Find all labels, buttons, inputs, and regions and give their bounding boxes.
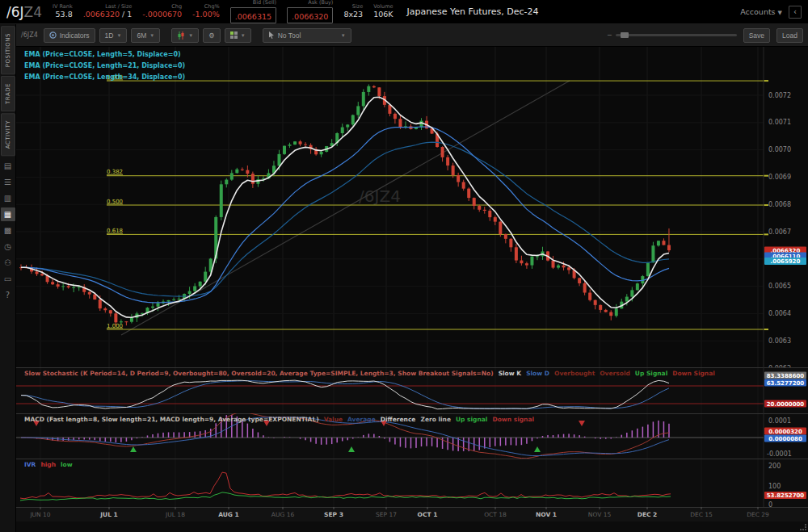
layout-dropdown[interactable]: ▼ xyxy=(225,28,251,43)
sidebar-tab-trade[interactable]: TRADE xyxy=(1,76,15,111)
chat-icon[interactable]: ▭ xyxy=(1,272,15,286)
chart-settings-button[interactable]: ⚙ xyxy=(203,28,221,43)
date-tick: DEC 15 xyxy=(690,511,713,518)
legend-item: high xyxy=(40,461,56,468)
svg-text:0.0001: 0.0001 xyxy=(768,417,791,425)
quote-field-value: 8x23 xyxy=(343,10,363,19)
chart-type-dropdown[interactable]: ▼ xyxy=(171,28,199,43)
save-button[interactable]: Save xyxy=(743,28,770,43)
quote-field-volume: Volume106K xyxy=(373,4,393,19)
svg-text:0.0064: 0.0064 xyxy=(768,310,791,317)
load-button[interactable]: Load xyxy=(776,28,803,43)
drawing-tool-dropdown[interactable]: No Tool ▼ xyxy=(263,28,351,43)
instrument-title: Japanese Yen Futures, Dec-24 xyxy=(407,6,539,17)
quote-field-chg: Chg-.0000670 xyxy=(142,4,182,19)
period-dropdown[interactable]: 1D▼ xyxy=(99,28,128,43)
tool-label: No Tool xyxy=(278,31,301,40)
panel-title: Slow Stochastic (K Period=14, D Period=9… xyxy=(24,370,494,377)
zoom-out-icon: − xyxy=(607,31,612,39)
resize-grip[interactable] xyxy=(800,524,806,530)
layout-grid-icon xyxy=(230,31,238,39)
charts-icon[interactable]: ▦ xyxy=(1,207,15,221)
legend-item: Slow K xyxy=(499,370,521,377)
indicators-button[interactable]: Indicators xyxy=(44,28,95,43)
topbar-right: Accounts ▼ ‹ xyxy=(740,6,802,19)
sidebar-tab-positions[interactable]: POSITIONS xyxy=(1,26,15,74)
legend-item: Oversold xyxy=(600,370,630,377)
gear-icon: ⚙ xyxy=(208,31,215,40)
quote-field-label: Bid (Sell) xyxy=(253,0,276,6)
legend-item: Down Signal xyxy=(672,370,715,377)
stochastic-header: Slow Stochastic (K Period=14, D Period=9… xyxy=(24,370,720,377)
symbol-logo: /6JZ4 xyxy=(6,4,42,20)
apps-grid-icon[interactable]: ▩ xyxy=(1,224,15,237)
svg-text:0.0072: 0.0072 xyxy=(768,92,791,99)
journal-icon[interactable]: ▥ xyxy=(1,191,15,205)
date-tick: SEP 17 xyxy=(376,511,397,518)
quote-field-value: .0066320 / 1 xyxy=(83,10,133,19)
quote-field-bid-sell-[interactable]: Bid (Sell).0066315 xyxy=(230,0,276,23)
svg-text:0.382: 0.382 xyxy=(107,169,123,175)
range-dropdown[interactable]: 6M▼ xyxy=(131,28,160,43)
legend-item: Overbought xyxy=(554,370,595,377)
svg-text:.0065920: .0065920 xyxy=(771,258,801,265)
quote-field-value: -1.00% xyxy=(192,10,220,19)
time-axis-svg[interactable]: JUN 10JUL 1JUL 18AUG 1AUG 16SEP 3SEP 17O… xyxy=(16,507,808,522)
menu-icon[interactable]: ☰ xyxy=(1,175,15,189)
svg-text:0.0071: 0.0071 xyxy=(768,119,791,126)
legend-item: Average xyxy=(347,416,376,423)
sidebar-tab-activity[interactable]: ACTIVITY xyxy=(1,113,15,156)
macd-header: MACD (Fast length=8, Slow length=21, MAC… xyxy=(24,416,539,423)
quote-field-label: Ask (Buy) xyxy=(308,0,333,6)
accounts-label: Accounts xyxy=(740,7,775,16)
svg-text:0: 0 xyxy=(768,501,772,508)
panel-title: MACD (Fast length=8, Slow length=21, MAC… xyxy=(24,416,319,423)
help-icon[interactable]: ? xyxy=(1,288,15,302)
panel-title: IVR xyxy=(24,461,36,468)
svg-text:100: 100 xyxy=(768,483,781,490)
legend-item: Value xyxy=(324,416,343,423)
svg-text:83.3388600: 83.3388600 xyxy=(767,373,805,379)
quote-field-size: Size8x23 xyxy=(343,4,363,19)
zoom-slider-track[interactable] xyxy=(616,34,737,36)
quote-bar: /6JZ4 IV Rank53.8Last / Size.0066320 / 1… xyxy=(0,0,808,24)
legend-item: low xyxy=(61,461,73,468)
date-tick: JUL 1 xyxy=(99,511,118,518)
ema-study-labels: EMA (Price=CLOSE, Length=5, Displace=0)E… xyxy=(24,49,185,83)
date-tick: OCT 18 xyxy=(484,511,507,518)
date-tick: JUN 10 xyxy=(29,511,50,518)
svg-text:0.618: 0.618 xyxy=(107,228,123,234)
legend-item: Up Signal xyxy=(635,370,667,377)
svg-text:200: 200 xyxy=(768,463,781,470)
svg-text:-0.0001: -0.0001 xyxy=(767,450,792,458)
cursor-icon xyxy=(268,31,275,39)
ivr-panel-svg[interactable]: 200100053.8252700 xyxy=(16,459,808,507)
date-tick: NOV 15 xyxy=(588,511,612,518)
quote-field-value: .0066320 xyxy=(292,12,328,21)
community-icon[interactable]: ⚇ xyxy=(1,256,15,270)
quote-field-ask-buy-[interactable]: Ask (Buy).0066320 xyxy=(287,0,333,23)
history-clock-icon[interactable]: ◷ xyxy=(1,240,15,253)
chart-stack: EMA (Price=CLOSE, Length=5, Displace=0)E… xyxy=(16,47,808,532)
left-sidebar: POSITIONSTRADEACTIVITY▤☰▥▦▩◷⚇▭? xyxy=(0,24,16,532)
candlestick-icon xyxy=(177,31,185,40)
legend-item: Up signal xyxy=(456,416,487,423)
chevron-down-icon: ▼ xyxy=(241,33,246,38)
price-chart-svg[interactable]: /6JZ40.0000.3820.5000.6181.0000.00720.00… xyxy=(16,47,808,367)
legend-item: Difference xyxy=(381,416,416,423)
collapse-panel-button[interactable]: ‹ xyxy=(789,6,802,19)
zoom-slider-handle[interactable] xyxy=(621,32,629,38)
svg-text:0.0063: 0.0063 xyxy=(768,337,791,345)
chevron-down-icon: ▼ xyxy=(188,33,193,38)
time-zoom-slider[interactable]: − xyxy=(607,31,737,39)
trading-platform-window: /6JZ4 IV Rank53.8Last / Size.0066320 / 1… xyxy=(0,0,808,532)
quote-fields: IV Rank53.8Last / Size.0066320 / 1Chg-.0… xyxy=(53,0,393,23)
date-tick: NOV 1 xyxy=(536,511,557,518)
date-tick: DEC 29 xyxy=(747,511,769,518)
svg-text:0.0065: 0.0065 xyxy=(768,283,791,290)
quote-field-last-size: Last / Size.0066320 / 1 xyxy=(83,4,133,19)
accounts-dropdown[interactable]: Accounts ▼ xyxy=(740,7,782,16)
date-tick: DEC 2 xyxy=(638,511,658,518)
watchlist-icon[interactable]: ▤ xyxy=(1,159,15,173)
toolbar-symbol-label: /6JZ4 xyxy=(21,31,38,39)
